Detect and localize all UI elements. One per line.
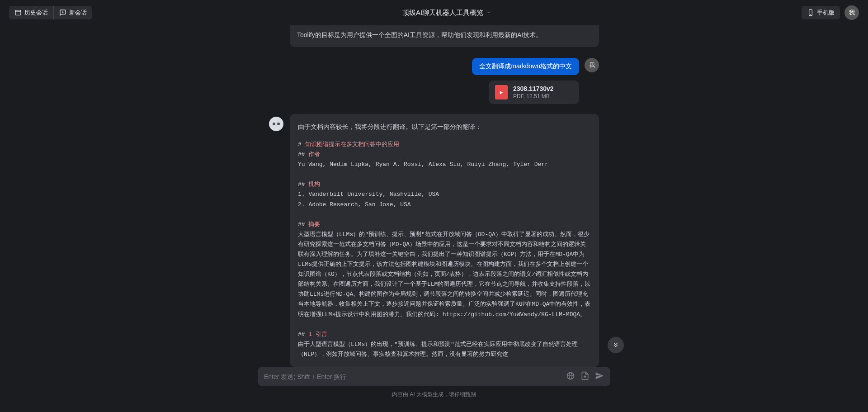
attachment-row: 2308.11730v2 PDF, 12.51 MB <box>269 81 579 104</box>
prev-ai-message-tail: Toolify的目标是为用户提供一个全面的AI工具资源，帮助他们发现和利用最新的… <box>290 25 599 47</box>
pdf-icon <box>495 85 508 99</box>
md-inst2: 2. Adobe Research, San Jose, USA <box>298 201 411 208</box>
md-inst1: 1. Vanderbilt University, Nashville, USA <box>298 191 439 198</box>
input-area: 内容由 AI 大模型生成，请仔细甄别 <box>0 367 868 398</box>
md-h2-inst: 机构 <box>308 181 320 188</box>
double-chevron-down-icon <box>612 341 620 350</box>
header-right: 手机版 我 <box>802 5 859 20</box>
user-message-text: 全文翻译成markdown格式的中文 <box>479 62 572 70</box>
md-authors: Yu Wang, Nedim Lipka, Ryan A. Rossi, Ale… <box>298 161 548 168</box>
md-h1: 知识图谱提示在多文档问答中的应用 <box>305 141 399 148</box>
file-attachment[interactable]: 2308.11730v2 PDF, 12.51 MB <box>489 81 579 104</box>
scroll-to-bottom-button[interactable] <box>608 337 624 353</box>
mobile-button[interactable]: 手机版 <box>802 6 840 19</box>
disclaimer-text: 内容由 AI 大模型生成，请仔细甄别 <box>392 391 476 398</box>
ai-eyes-icon <box>273 123 280 125</box>
markdown-code-block: # 知识图谱提示在多文档问答中的应用 ## 作者 Yu Wang, Nedim … <box>298 138 591 360</box>
user-avatar-header[interactable]: 我 <box>844 5 859 20</box>
file-name: 2308.11730v2 <box>513 85 554 92</box>
file-upload-icon <box>580 371 590 382</box>
chat-scroll-area[interactable]: Toolify的目标是为用户提供一个全面的AI工具资源，帮助他们发现和利用最新的… <box>0 25 868 367</box>
message-input[interactable] <box>264 373 561 380</box>
md-h2-prefix: ## <box>298 331 308 338</box>
chat-inner: Toolify的目标是为用户提供一个全面的AI工具资源，帮助他们发现和利用最新的… <box>269 25 599 367</box>
md-abstract: 大型语言模型（LLMs）的"预训练、提示、预测"范式在开放域问答（OD-QA）中… <box>298 231 590 318</box>
history-icon <box>14 9 22 16</box>
upload-file-button[interactable] <box>580 371 590 382</box>
new-chat-button[interactable]: 新会话 <box>54 6 92 19</box>
file-meta: PDF, 12.51 MB <box>513 93 554 99</box>
md-h2-authors: 作者 <box>308 151 320 158</box>
send-icon <box>595 371 604 382</box>
ai-message-row: 由于文档内容较长，我将分段进行翻译。以下是第一部分的翻译： # 知识图谱提示在多… <box>269 114 599 367</box>
send-button[interactable] <box>595 371 604 382</box>
ai-intro-text: 由于文档内容较长，我将分段进行翻译。以下是第一部分的翻译： <box>298 121 591 133</box>
file-info: 2308.11730v2 PDF, 12.51 MB <box>513 85 554 99</box>
md-h2-prefix: ## <box>298 151 308 158</box>
message-input-bar <box>258 367 610 386</box>
web-access-button[interactable] <box>566 371 575 382</box>
md-h2-prefix: ## <box>298 181 308 188</box>
history-label: 历史会话 <box>24 9 48 17</box>
md-h1-prefix: # <box>298 141 305 148</box>
chevron-down-icon <box>486 9 491 16</box>
ai-message-bubble: 由于文档内容较长，我将分段进行翻译。以下是第一部分的翻译： # 知识图谱提示在多… <box>290 114 599 367</box>
user-message-row: 全文翻译成markdown格式的中文 我 <box>269 58 599 75</box>
md-h2-intro: 引言 <box>312 331 327 338</box>
prev-ai-text: Toolify的目标是为用户提供一个全面的AI工具资源，帮助他们发现和利用最新的… <box>297 31 542 38</box>
user-message-bubble: 全文翻译成markdown格式的中文 <box>472 58 579 75</box>
globe-icon <box>566 371 575 382</box>
title-dropdown[interactable]: 顶级AI聊天机器人工具概览 <box>402 9 491 17</box>
md-intro-body: 由于大型语言模型（LLMs）的出现，"预训练、提示和预测"范式已经在实际应用中彻… <box>298 341 578 358</box>
md-h2-prefix: ## <box>298 221 308 228</box>
header-left: 历史会话 新会话 <box>9 6 92 19</box>
new-chat-icon <box>59 9 66 16</box>
user-avatar: 我 <box>585 58 599 72</box>
ai-avatar <box>269 117 283 131</box>
new-chat-label: 新会话 <box>69 9 87 17</box>
avatar-text: 我 <box>849 9 855 17</box>
mobile-label: 手机版 <box>817 9 835 17</box>
phone-icon <box>807 9 814 16</box>
history-button[interactable]: 历史会话 <box>9 6 54 19</box>
user-avatar-text: 我 <box>589 61 595 69</box>
page-title: 顶级AI聊天机器人工具概览 <box>402 9 483 17</box>
svg-rect-4 <box>809 9 812 15</box>
app-header: 历史会话 新会话 顶级AI聊天机器人工具概览 手机版 我 <box>0 0 868 25</box>
svg-rect-0 <box>15 10 21 15</box>
md-h2-abs: 摘要 <box>308 221 320 228</box>
